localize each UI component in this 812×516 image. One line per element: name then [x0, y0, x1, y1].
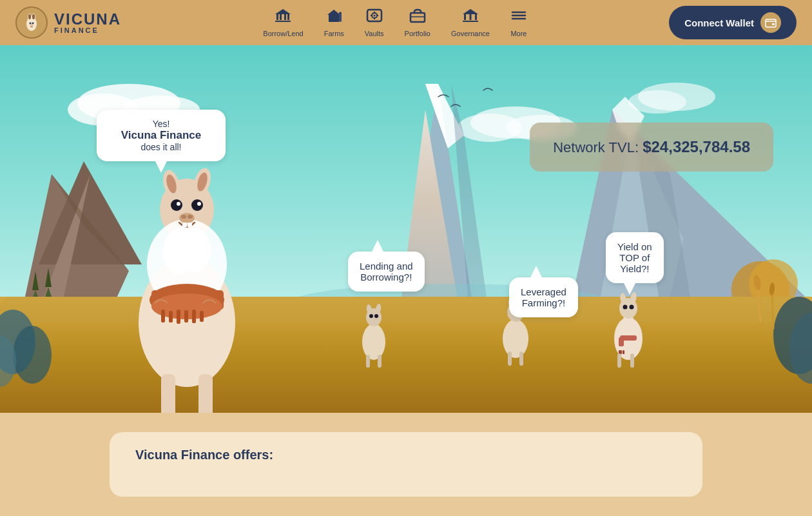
svg-rect-39: [766, 19, 776, 27]
lending-speech-bubble: Lending and Borrowing?!: [348, 252, 425, 292]
svg-rect-31: [475, 14, 477, 20]
svg-point-76: [13, 326, 52, 384]
svg-point-97: [197, 202, 201, 206]
svg-rect-12: [284, 14, 286, 20]
leveraged-speech-bubble: Leveraged Farming?!: [509, 277, 578, 317]
svg-point-8: [30, 25, 33, 26]
connect-wallet-label: Connect Wallet: [684, 17, 754, 28]
svg-point-4: [28, 14, 31, 19]
svg-point-99: [181, 215, 186, 219]
svg-rect-109: [184, 310, 188, 322]
svg-rect-108: [177, 310, 180, 324]
svg-point-38: [523, 18, 524, 19]
svg-rect-110: [192, 310, 196, 323]
svg-rect-123: [366, 355, 370, 368]
svg-rect-147: [630, 353, 634, 368]
svg-marker-9: [275, 9, 291, 14]
bubble-line2: Vicuna Finance: [108, 129, 214, 142]
svg-rect-30: [469, 14, 471, 20]
governance-label: Governance: [451, 30, 490, 37]
nav-item-portfolio[interactable]: Portfolio: [405, 8, 430, 37]
nav-item-governance[interactable]: Governance: [451, 8, 490, 37]
more-label: More: [510, 30, 527, 37]
svg-rect-32: [463, 21, 478, 22]
svg-line-82: [772, 290, 773, 329]
svg-rect-101: [182, 223, 187, 227]
farm-icon: [325, 8, 343, 27]
nav-links: Borrow/Lend Farms: [263, 8, 527, 37]
tvl-amount: $24,325,784.58: [643, 138, 750, 155]
svg-point-18: [339, 12, 342, 14]
tvl-label: Network TVL:: [553, 139, 639, 155]
borrow-lend-label: Borrow/Lend: [263, 30, 303, 37]
svg-point-96: [177, 202, 180, 206]
hero-scene-svg: [0, 45, 812, 413]
svg-rect-14: [275, 21, 291, 22]
nav-item-vaults[interactable]: Vaults: [365, 8, 384, 37]
svg-point-95: [191, 199, 203, 211]
svg-point-5: [32, 14, 35, 19]
nav-item-farms[interactable]: Farms: [324, 8, 344, 37]
navbar: VICUNA FINANCE Borrow/Lend: [0, 0, 812, 45]
svg-point-100: [188, 215, 193, 219]
svg-marker-28: [463, 9, 478, 14]
svg-point-94: [171, 199, 182, 211]
vault-icon: [366, 8, 383, 27]
svg-rect-146: [617, 353, 621, 368]
svg-rect-113: [198, 374, 213, 413]
svg-point-93: [179, 228, 211, 273]
logo-text: VICUNA FINANCE: [54, 12, 121, 34]
svg-rect-144: [623, 350, 624, 354]
svg-rect-111: [200, 311, 204, 322]
svg-rect-40: [772, 23, 775, 25]
bubble-line1: Yes!: [108, 119, 214, 129]
offers-card: Vicuna Finance offers:: [110, 432, 702, 497]
svg-marker-16: [327, 10, 340, 15]
offers-title: Vicuna Finance offers:: [135, 448, 677, 462]
yield-speech-bubble: Yield on TOP of Yield?!: [606, 232, 664, 283]
svg-point-140: [630, 305, 634, 310]
svg-rect-10: [276, 14, 278, 20]
farms-label: Farms: [324, 30, 344, 37]
svg-rect-106: [161, 310, 165, 322]
svg-rect-124: [378, 355, 382, 368]
logo-subtitle: FINANCE: [54, 27, 121, 34]
svg-point-7: [32, 23, 34, 25]
connect-wallet-button[interactable]: Connect Wallet: [669, 6, 797, 39]
svg-rect-26: [411, 13, 425, 22]
more-icon: [510, 8, 527, 27]
svg-rect-11: [280, 14, 282, 20]
svg-rect-107: [169, 311, 173, 322]
svg-rect-13: [287, 14, 289, 20]
svg-point-21: [373, 15, 375, 17]
svg-rect-29: [464, 14, 466, 20]
svg-point-37: [523, 15, 524, 16]
svg-rect-74: [0, 297, 812, 322]
svg-rect-112: [161, 374, 175, 413]
svg-point-139: [623, 305, 628, 310]
logo-title: VICUNA: [54, 12, 121, 27]
logo-icon: [15, 6, 48, 39]
bubble-line3: does it all!: [108, 142, 214, 152]
nav-item-more[interactable]: More: [510, 8, 527, 37]
logo-area[interactable]: VICUNA FINANCE: [15, 6, 121, 39]
bank-icon: [274, 8, 292, 27]
wallet-icon: [760, 12, 781, 33]
portfolio-label: Portfolio: [405, 30, 430, 37]
svg-point-36: [523, 12, 524, 13]
svg-rect-132: [508, 352, 512, 366]
vaults-label: Vaults: [365, 30, 384, 37]
tvl-box: Network TVL: $24,325,784.58: [530, 123, 773, 172]
governance-icon: [461, 8, 479, 27]
svg-rect-102: [188, 223, 192, 227]
svg-rect-142: [619, 337, 624, 346]
svg-point-122: [374, 314, 378, 318]
svg-point-121: [369, 314, 373, 318]
bottom-section: Vicuna Finance offers:: [0, 413, 812, 516]
hero-section: Yes! Vicuna Finance does it all! Lending…: [0, 45, 812, 413]
nav-item-borrow-lend[interactable]: Borrow/Lend: [263, 8, 303, 37]
svg-point-6: [30, 23, 32, 25]
portfolio-icon: [409, 8, 426, 27]
svg-rect-17: [339, 13, 342, 22]
svg-rect-15: [329, 15, 339, 22]
